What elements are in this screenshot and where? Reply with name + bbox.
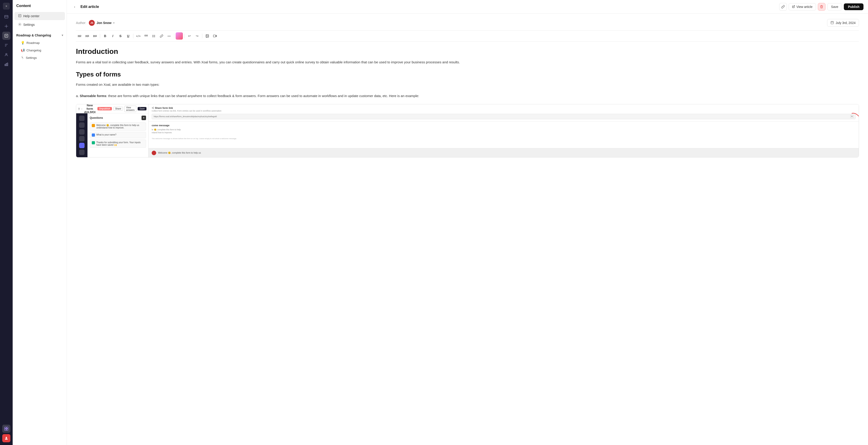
svg-point-33 [152,108,153,108]
toolbar-divider[interactable]: — [165,32,173,39]
svg-line-15 [794,6,795,7]
publish-button[interactable]: Publish [844,3,864,10]
nav-icon-flows[interactable] [2,41,10,49]
view-article-button[interactable]: View article [789,3,816,10]
delete-button[interactable] [818,3,826,11]
mock-share-url: https://forms.xoal.io/share/form_8mustmc… [154,115,849,118]
nav-icon-analytics[interactable] [2,60,10,68]
mock-q3-icon [92,141,95,144]
mock-form-title: New form dUL5fOl [84,104,96,114]
toolbar-strikethrough[interactable]: S [117,32,124,39]
author-selector[interactable]: Author: JS Jon Snow ▾ [76,20,115,26]
author-initials: JS [90,22,93,24]
svg-point-26 [152,36,153,36]
mock-add-question-btn: + [142,116,146,120]
mock-share-section: Share form link Collect form entries via… [149,104,859,122]
screenshot-right-panel: Share form link Collect form entries via… [149,104,859,157]
sidebar: Content Help center Settings Roadmap & C… [13,0,67,445]
mock-bottom-bar: Welcome 😊, complete this form to help us [149,148,859,157]
mock-sidebar-icon-1 [79,116,85,121]
nav-icon-contacts[interactable] [2,51,10,59]
toolbar-video[interactable] [211,32,219,39]
toolbar-link[interactable] [158,32,165,39]
sidebar-item-settings[interactable]: Settings [14,21,65,29]
sidebar-item-roadmap[interactable]: 💡 Roadmap [14,39,65,47]
svg-point-13 [20,24,20,25]
toolbar-h4[interactable]: H4 [91,32,98,39]
nav-icon-content[interactable] [2,32,10,40]
article-p3-rest: : these are forms with unique links that… [106,94,419,98]
settings-icon [18,23,22,27]
date-label: July 3rd, 2024 [836,21,856,25]
mock-actions: Unpublish Share View answers Save [97,106,147,112]
toolbar-blockquote[interactable] [143,32,150,39]
nav-icon-board[interactable] [2,425,10,433]
save-button[interactable]: Save [827,3,842,10]
back-button[interactable]: ‹ [71,4,78,10]
sidebar-item-help-center[interactable]: Help center [14,12,65,20]
mock-q1-icon [92,124,95,127]
article-paragraph-3: a. Shareable forms: these are forms with… [76,93,859,99]
svg-point-1 [6,26,7,27]
article-heading-1: Introduction [76,47,859,56]
mock-share-title: Share form link [152,107,856,109]
svg-rect-12 [19,14,21,17]
toolbar-h2[interactable]: H2 [76,32,83,39]
sidebar-item-changelog[interactable]: 📢 Changelog [14,47,65,54]
svg-rect-6 [7,63,8,66]
nav-icon-inbox[interactable] [2,13,10,21]
mock-welcome-section: come message le 😊, complete this form to… [149,122,859,142]
sidebar-label-help-center: Help center [23,14,39,18]
toolbar-h3[interactable]: H3 [84,32,91,39]
mock-q2-icon [92,134,95,137]
icon-bar: × [0,0,13,445]
svg-point-34 [153,108,154,109]
main-content: ‹ Edit article View article Save Publish… [67,0,868,445]
date-selector[interactable]: July 3rd, 2024 [827,19,859,27]
toolbar-code[interactable]: </> [135,32,142,39]
svg-marker-30 [216,35,217,37]
toolbar-image[interactable] [204,32,211,39]
toolbar-redo[interactable]: ↪ [193,32,201,39]
topbar-actions: View article Save Publish [779,3,864,11]
mock-save-btn: Save [138,107,147,110]
mock-share-desc: Collect form entries via link. Form entr… [152,110,856,112]
roadmap-icon: 💡 [21,41,25,44]
chevron-down-icon: ▾ [62,34,63,37]
mock-unpublish-btn: Unpublish [97,107,112,110]
toolbar-color[interactable] [176,32,183,39]
sidebar-item-settings-sub[interactable]: Settings [14,54,65,62]
mock-share-btn: Share [113,107,123,111]
link-button[interactable] [779,3,787,11]
editor-area[interactable]: Author: JS Jon Snow ▾ July 3rd, 2024 H2 … [67,13,868,445]
toolbar-bold[interactable]: B [101,32,109,39]
user-avatar-brand[interactable] [2,434,10,442]
toolbar-list[interactable] [150,32,157,39]
mock-close-icon: × [79,107,80,111]
screenshot-container: × ‹ New form dUL5fOl Unpublish Share Vie… [76,104,859,157]
svg-point-29 [207,35,207,36]
sidebar-section-roadmap-header[interactable]: Roadmap & Changelog ▾ [13,32,67,39]
mock-q1-text: Welcome 😊, complete this form to help us… [96,124,144,129]
author-name: Jon Snow [96,21,112,25]
svg-rect-5 [6,63,7,66]
mock-welcome-note: The welcome message is shown before the … [152,137,856,140]
svg-point-25 [152,35,153,35]
toolbar-undo[interactable]: ↩ [186,32,193,39]
author-dropdown-icon: ▾ [113,22,115,24]
author-label: Author: [76,21,86,25]
mock-questions-header: Questions + [90,116,146,120]
svg-point-14 [22,57,23,58]
toolbar-underline[interactable]: U [125,32,132,39]
mock-form-builder: Questions + Welcome 😊, complete this for… [88,113,148,157]
calendar-icon [831,21,834,25]
close-button[interactable]: × [3,3,10,9]
back-icon: ‹ [74,5,75,9]
settings-sub-icon [21,56,24,60]
svg-rect-2 [5,34,8,37]
svg-line-36 [153,108,153,108]
toolbar-italic[interactable]: I [109,32,116,39]
mock-question-1: Welcome 😊, complete this form to help us… [90,122,146,130]
nav-icon-integrations[interactable] [2,22,10,30]
sidebar-label-settings-sub: Settings [26,56,37,59]
